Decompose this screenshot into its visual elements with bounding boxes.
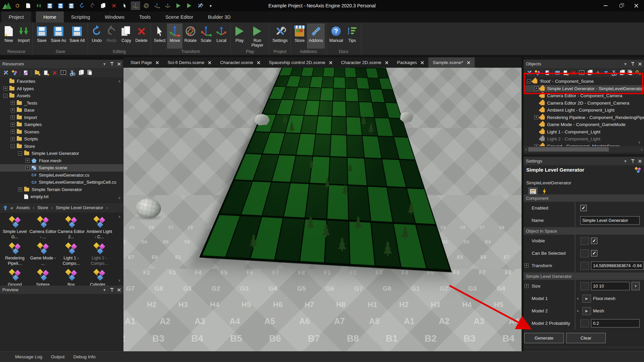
save-all-icon[interactable] <box>66 1 76 10</box>
expand-icon[interactable]: + <box>11 123 15 127</box>
expand-reference-button[interactable]: ▶ <box>582 295 591 303</box>
objects-copy-icon[interactable] <box>587 70 593 76</box>
resources-tree-item[interactable]: C#SimpleLevelGenerator.cs <box>0 172 123 179</box>
chevron-down-icon[interactable]: ▼ <box>103 62 106 66</box>
scroll-up-icon[interactable]: ∧ <box>117 79 122 83</box>
resources-tree-item[interactable]: –Simple Level Generator <box>0 150 123 157</box>
select-icon[interactable] <box>120 1 129 10</box>
objects-rename-icon[interactable]: I <box>579 70 585 76</box>
resources-tree-item[interactable]: +_Tests <box>0 100 123 107</box>
settings-button[interactable]: Settings <box>271 23 289 49</box>
objects-move-down-icon[interactable] <box>603 70 609 76</box>
resources-tree-item[interactable]: +Sample.scene <box>0 164 123 172</box>
close-icon[interactable] <box>421 61 424 64</box>
asset-tile[interactable]: Camera Editor 2... <box>57 214 85 240</box>
expand-icon[interactable]: + <box>11 108 15 112</box>
objects-resource-new-icon[interactable]: ★ <box>562 70 569 76</box>
scroll-left-icon[interactable]: ‹ <box>524 147 528 152</box>
asset-tile[interactable]: Cylinder... <box>85 267 113 286</box>
collapse-icon[interactable]: – <box>527 79 531 83</box>
text-input[interactable]: 0.2 <box>591 319 640 327</box>
objects-tree-item[interactable]: Game Mode - Component_GameMode <box>524 121 644 128</box>
objects-edit-icon[interactable] <box>544 70 551 76</box>
scroll-down-icon[interactable]: ∨ <box>637 140 642 144</box>
default-value-box[interactable] <box>580 249 589 257</box>
resources-delete-icon[interactable] <box>52 70 58 76</box>
delete-button[interactable]: Delete <box>133 23 149 49</box>
document-tab[interactable]: Character.scene <box>216 57 264 68</box>
copy-icon[interactable] <box>99 1 108 10</box>
pin-icon[interactable] <box>631 62 634 66</box>
restore-button[interactable] <box>613 1 629 11</box>
collapse-icon[interactable]: – <box>18 152 22 156</box>
resources-tree-item[interactable]: +Base <box>0 107 123 114</box>
tab-project[interactable]: Project <box>1 11 31 22</box>
expand-icon[interactable]: + <box>11 137 15 141</box>
breadcrumb-item[interactable]: Assets <box>16 205 30 210</box>
settings-icon[interactable] <box>195 1 205 10</box>
status-tab-debug-info[interactable]: Debug Info <box>73 354 96 359</box>
expand-icon[interactable]: + <box>3 86 7 90</box>
objects-delete-icon[interactable] <box>571 70 577 76</box>
resources-tree-item[interactable]: –Store <box>0 143 123 150</box>
objects-components-icon[interactable] <box>534 70 541 76</box>
asset-tile[interactable]: Light 1 - Compo... <box>57 240 85 267</box>
checkbox[interactable]: ✓ <box>591 238 597 244</box>
close-icon[interactable] <box>385 61 388 64</box>
expand-icon[interactable]: + <box>25 166 30 170</box>
objects-tree-item[interactable]: –'Root' - Component_Scene <box>524 78 644 85</box>
tab-builder-3d[interactable]: Builder 3D <box>201 11 238 22</box>
save-as-button[interactable]: Save As <box>49 23 68 49</box>
text-input[interactable]: 10 10 <box>591 282 630 290</box>
close-icon[interactable] <box>638 62 642 66</box>
objects-move-up-icon[interactable] <box>595 70 601 76</box>
run-player-button[interactable]: Run Player <box>247 23 268 49</box>
document-tab[interactable]: Packages <box>393 57 428 68</box>
import-button[interactable]: Import <box>16 23 31 49</box>
objects-copy-icon[interactable] <box>619 70 625 76</box>
resources-tree-item[interactable]: +Simple Terrain Generator <box>0 186 123 193</box>
scroll-up-icon[interactable]: ∧ <box>117 215 122 219</box>
objects-package-icon[interactable] <box>554 70 561 76</box>
new-button[interactable]: ★New <box>1 23 16 49</box>
objects-tree-item[interactable]: Camera Editor 2D - Component_Camera <box>524 100 644 107</box>
objects-tree-item[interactable]: Camera Editor - Component_Camera <box>524 92 644 100</box>
up-arrow-icon[interactable] <box>3 205 7 210</box>
asset-tile[interactable]: Box <box>57 267 85 286</box>
rotate-icon[interactable] <box>142 1 151 10</box>
resources-folder-new-icon[interactable]: ★ <box>34 70 41 76</box>
status-tab-output[interactable]: Output <box>51 354 65 359</box>
tab-tools[interactable]: Tools <box>132 11 158 22</box>
scrollbar-thumb[interactable] <box>528 147 609 152</box>
status-tab-message-log[interactable]: Message Log <box>15 354 42 359</box>
objects-tree-item[interactable]: +Rendering Pipeline - Component_Renderin… <box>524 114 644 121</box>
resources-tree-item[interactable]: C#SimpleLevelGenerator_SettingsCell.cs <box>0 179 123 186</box>
objects-paste-icon[interactable] <box>627 70 633 76</box>
expand-reference-button[interactable]: ▶ <box>582 307 591 315</box>
close-icon[interactable] <box>257 61 260 64</box>
objects-tree-item[interactable]: Light 2 - Component_Light <box>524 135 644 143</box>
save-icon[interactable] <box>45 1 54 10</box>
expand-icon[interactable]: + <box>18 187 22 191</box>
close-icon[interactable] <box>467 61 470 64</box>
objects-tree-item[interactable]: Light 1 - Component_Light <box>524 128 644 136</box>
local-icon[interactable] <box>163 1 172 10</box>
chevron-down-icon[interactable]: ▼ <box>624 62 627 66</box>
resources-tree-item[interactable]: –Assets <box>0 92 123 100</box>
refresh-icon[interactable] <box>13 1 22 10</box>
resources-tree-item[interactable]: +Floor.mesh <box>0 157 123 165</box>
play-icon[interactable] <box>184 1 194 10</box>
text-input[interactable]: Simple Level Generator <box>580 216 640 225</box>
local-button[interactable]: Local <box>214 23 229 49</box>
save-all-button[interactable]: Save All <box>68 23 86 49</box>
select-button[interactable]: Select <box>152 23 167 49</box>
asset-tile[interactable]: Camera Editor - ... <box>29 214 57 240</box>
tab-windows[interactable]: Windows <box>97 11 132 22</box>
manual-button[interactable]: ?Manual <box>328 23 345 49</box>
document-tab[interactable]: Character 2D.scene <box>337 57 393 68</box>
text-input[interactable]: 14.5859988383674 -0.94 <box>591 261 644 270</box>
expand-icon[interactable]: + <box>11 130 15 134</box>
tab-scene-editor[interactable]: Scene Editor <box>158 11 201 22</box>
undo-button[interactable]: Undo <box>89 23 104 49</box>
delete-icon[interactable] <box>109 1 119 10</box>
